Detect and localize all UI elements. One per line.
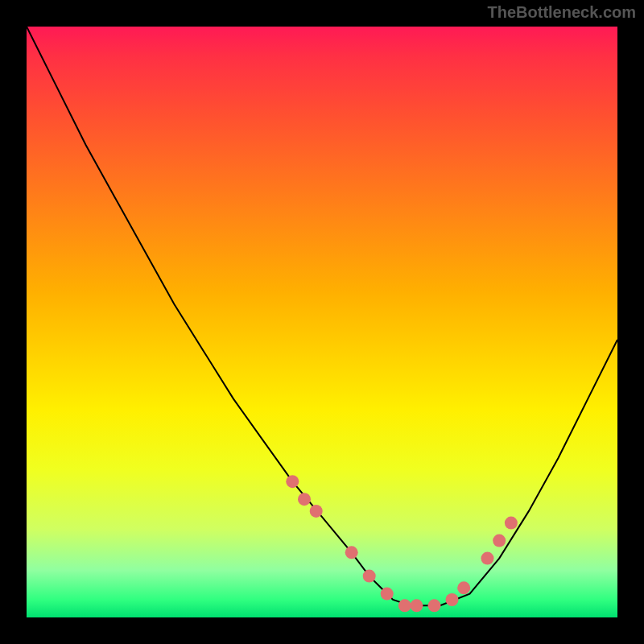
- gradient-background: [27, 27, 617, 617]
- watermark-text: TheBottleneck.com: [488, 3, 636, 22]
- chart-container: TheBottleneck.com: [0, 0, 644, 644]
